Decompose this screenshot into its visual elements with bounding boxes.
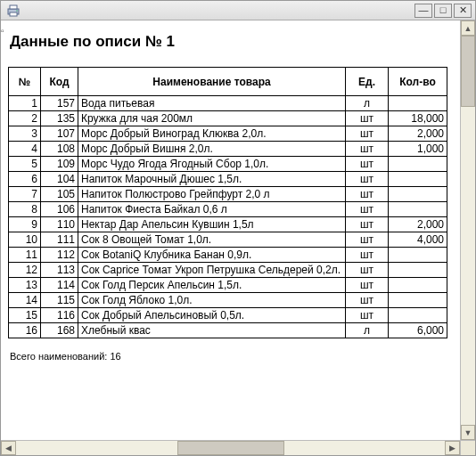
cell-unit[interactable]: шт [346,308,389,323]
cell-qty[interactable]: 6,000 [389,323,447,338]
cell-unit[interactable]: л [346,323,389,338]
cell-num[interactable]: 2 [9,111,41,126]
cell-unit[interactable]: шт [346,202,389,217]
cell-code[interactable]: 109 [41,157,78,172]
cell-qty[interactable] [389,172,447,187]
cell-num[interactable]: 9 [9,217,41,232]
cell-name[interactable]: Нектар Дар Апельсин Кувшин 1,5л [78,217,346,232]
table-row[interactable]: 9110Нектар Дар Апельсин Кувшин 1,5лшт2,0… [9,217,447,232]
cell-code[interactable]: 112 [41,248,78,263]
cell-num[interactable]: 7 [9,187,41,202]
cell-qty[interactable] [389,293,447,308]
cell-num[interactable]: 5 [9,157,41,172]
minimize-button[interactable]: — [414,4,432,18]
table-row[interactable]: 7105Напиток Полюстрово Грейпфурт 2,0 лшт [9,187,447,202]
table-row[interactable]: 4108Морс Добрый Вишня 2,0л.шт1,000 [9,142,447,157]
cell-qty[interactable] [389,278,447,293]
cell-name[interactable]: Хлебный квас [78,323,346,338]
cell-unit[interactable]: шт [346,217,389,232]
cell-name[interactable]: Морс Добрый Вишня 2,0л. [78,142,346,157]
scroll-up-button[interactable]: ▲ [461,20,475,36]
cell-name[interactable]: Сок Caprice Томат Укроп Петрушка Сельдер… [78,263,346,278]
cell-name[interactable]: Сок Голд Яблоко 1,0л. [78,293,346,308]
table-row[interactable]: 1157Вода питьеваял [9,96,447,111]
cell-num[interactable]: 1 [9,96,41,111]
cell-code[interactable]: 113 [41,263,78,278]
cell-unit[interactable]: шт [346,172,389,187]
cell-name[interactable]: Вода питьевая [78,96,346,111]
cell-name[interactable]: Напиток Марочный Дюшес 1,5л. [78,172,346,187]
cell-code[interactable]: 107 [41,126,78,142]
scroll-down-button[interactable]: ▼ [461,425,475,440]
cell-name[interactable]: Кружка для чая 200мл [78,111,346,126]
cell-code[interactable]: 135 [41,111,78,126]
cell-code[interactable]: 106 [41,202,78,217]
cell-name[interactable]: Морс Добрый Виноград Клюква 2,0л. [78,126,346,142]
hscroll-track[interactable] [16,441,445,455]
cell-unit[interactable]: шт [346,157,389,172]
cell-qty[interactable] [389,263,447,278]
horizontal-scrollbar[interactable]: ◀ ▶ [1,440,475,455]
cell-qty[interactable] [389,202,447,217]
cell-num[interactable]: 8 [9,202,41,217]
cell-num[interactable]: 3 [9,126,41,142]
cell-code[interactable]: 104 [41,172,78,187]
cell-qty[interactable]: 18,000 [389,111,447,126]
cell-unit[interactable]: шт [346,187,389,202]
cell-num[interactable]: 11 [9,248,41,263]
cell-name[interactable]: Морс Чудо Ягода Ягодный Сбор 1,0л. [78,157,346,172]
cell-qty[interactable]: 2,000 [389,217,447,232]
cell-num[interactable]: 15 [9,308,41,323]
cell-num[interactable]: 16 [9,323,41,338]
cell-qty[interactable]: 2,000 [389,126,447,142]
table-row[interactable]: 16168Хлебный квасл6,000 [9,323,447,338]
cell-qty[interactable] [389,308,447,323]
cell-code[interactable]: 108 [41,142,78,157]
cell-name[interactable]: Сок BotaniQ Клубника Банан 0,9л. [78,248,346,263]
table-row[interactable]: 3107Морс Добрый Виноград Клюква 2,0л.шт2… [9,126,447,142]
cell-code[interactable]: 114 [41,278,78,293]
cell-unit[interactable]: шт [346,126,389,142]
cell-unit[interactable]: шт [346,248,389,263]
scroll-right-button[interactable]: ▶ [445,441,460,455]
cell-num[interactable]: 14 [9,293,41,308]
cell-unit[interactable]: шт [346,293,389,308]
cell-code[interactable]: 105 [41,187,78,202]
cell-unit[interactable]: шт [346,111,389,126]
cell-unit[interactable]: л [346,96,389,111]
cell-unit[interactable]: шт [346,142,389,157]
cell-qty[interactable] [389,187,447,202]
cell-num[interactable]: 13 [9,278,41,293]
cell-code[interactable]: 157 [41,96,78,111]
cell-name[interactable]: Сок 8 Овощей Томат 1,0л. [78,232,346,248]
cell-qty[interactable]: 1,000 [389,142,447,157]
table-row[interactable]: 11112Сок BotaniQ Клубника Банан 0,9л.шт [9,248,447,263]
cell-qty[interactable]: 4,000 [389,232,447,248]
cell-unit[interactable]: шт [346,263,389,278]
vscroll-track[interactable] [461,36,475,425]
table-row[interactable]: 12113Сок Caprice Томат Укроп Петрушка Се… [9,263,447,278]
table-row[interactable]: 14115Сок Голд Яблоко 1,0л.шт [9,293,447,308]
vertical-scrollbar[interactable]: ▲ ▼ [460,20,475,440]
table-row[interactable]: 13114Сок Голд Персик Апельсин 1,5л.шт [9,278,447,293]
cell-unit[interactable]: шт [346,232,389,248]
cell-code[interactable]: 116 [41,308,78,323]
cell-unit[interactable]: шт [346,278,389,293]
table-row[interactable]: 2135Кружка для чая 200млшт18,000 [9,111,447,126]
cell-num[interactable]: 4 [9,142,41,157]
maximize-button[interactable]: □ [434,4,452,18]
cell-num[interactable]: 10 [9,232,41,248]
vscroll-thumb[interactable] [461,36,475,107]
table-row[interactable]: 15116Сок Добрый Апельсиновый 0,5л.шт [9,308,447,323]
cell-name[interactable]: Сок Добрый Апельсиновый 0,5л. [78,308,346,323]
cell-code[interactable]: 115 [41,293,78,308]
cell-qty[interactable] [389,248,447,263]
close-button[interactable]: ✕ [454,4,472,18]
cell-name[interactable]: Напиток Фиеста Байкал 0,6 л [78,202,346,217]
scroll-left-button[interactable]: ◀ [1,441,16,455]
cell-code[interactable]: 111 [41,232,78,248]
hscroll-thumb[interactable] [177,441,284,455]
cell-num[interactable]: 6 [9,172,41,187]
cell-code[interactable]: 168 [41,323,78,338]
cell-qty[interactable] [389,157,447,172]
